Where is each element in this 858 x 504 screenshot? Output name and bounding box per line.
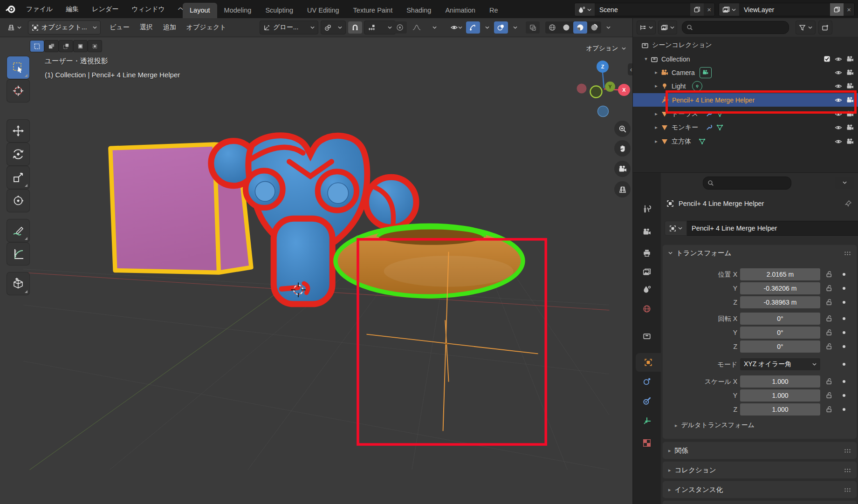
tab-animation[interactable]: Animation (438, 3, 482, 18)
outliner-row-camera[interactable]: ▸ Camera (633, 66, 858, 79)
tool-add-primitive[interactable] (7, 272, 29, 295)
shading-dropdown[interactable] (603, 21, 613, 34)
eye-icon[interactable] (835, 82, 842, 90)
tab-rendering-clipped[interactable]: Re (482, 3, 505, 18)
tool-transform[interactable] (7, 190, 29, 212)
tool-move[interactable] (7, 120, 29, 142)
rotation-x-field[interactable]: 0° (740, 313, 820, 325)
animate-dot[interactable] (843, 317, 845, 320)
select-set-button[interactable] (30, 41, 44, 52)
menu-render[interactable]: レンダー (85, 0, 125, 18)
scene-unlink-button[interactable]: × (704, 3, 714, 16)
menu-view[interactable]: ビュー (104, 23, 135, 32)
mesh-data-icon[interactable] (716, 110, 723, 117)
scene-browse-button[interactable] (575, 3, 595, 16)
lock-icon[interactable] (825, 314, 833, 322)
snap-target-dropdown[interactable] (364, 20, 396, 34)
tab-texture-paint[interactable]: Texture Paint (346, 3, 400, 18)
xray-toggle[interactable] (526, 21, 540, 34)
viewlayer-browse-button[interactable] (719, 3, 739, 16)
modifier-wrench-icon[interactable] (706, 124, 713, 131)
tab-object[interactable] (636, 353, 661, 372)
select-invert-button[interactable] (74, 41, 87, 52)
animate-dot[interactable] (843, 380, 845, 383)
location-y-field[interactable]: -0.36206 m (740, 282, 820, 294)
show-gizmo-toggle[interactable] (466, 21, 480, 34)
tab-scene[interactable] (633, 280, 661, 299)
visibility-dropdown[interactable] (448, 21, 464, 34)
viewlayer-add-button[interactable] (830, 3, 844, 16)
tool-annotate[interactable] (7, 219, 29, 242)
shading-wireframe-button[interactable] (545, 21, 559, 34)
tool-cursor[interactable] (7, 80, 29, 102)
outliner-row-light[interactable]: ▸ Light (633, 79, 858, 93)
tool-select-box[interactable] (7, 56, 29, 79)
lock-icon[interactable] (825, 377, 833, 385)
expand-arrow-icon[interactable]: ▸ (653, 83, 659, 89)
expand-arrow-icon[interactable]: ▸ (653, 69, 659, 75)
tool-rotate[interactable] (7, 143, 29, 165)
scale-x-field[interactable]: 1.000 (740, 375, 820, 388)
tab-shading[interactable]: Shading (399, 3, 438, 18)
new-collection-button[interactable] (818, 20, 832, 34)
options-dropdown[interactable]: オプション (579, 43, 632, 54)
mesh-data-icon[interactable] (699, 138, 706, 145)
menu-file[interactable]: ファイル (20, 0, 59, 18)
scene-copy-button[interactable] (690, 3, 704, 16)
select-intersect-button[interactable] (88, 41, 102, 52)
show-overlays-toggle[interactable] (494, 21, 508, 34)
outliner-row-scene-collection[interactable]: シーンコレクション (633, 38, 858, 52)
lock-icon[interactable] (825, 342, 833, 350)
viewlayer-name-field[interactable]: ViewLayer (739, 3, 830, 16)
scale-y-field[interactable]: 1.000 (740, 389, 820, 402)
tab-output[interactable] (633, 244, 661, 262)
tool-scale[interactable] (7, 166, 29, 189)
properties-options-dropdown[interactable] (835, 177, 854, 189)
animate-dot[interactable] (843, 408, 845, 411)
pan-hand-button[interactable] (614, 140, 631, 157)
viewport-3d-scene[interactable] (0, 37, 632, 504)
delta-transform-subpanel[interactable]: ▸ デルタトランスフォーム (675, 421, 755, 429)
scene-name-field[interactable]: Scene (595, 3, 690, 16)
proportional-edit-toggle[interactable] (393, 21, 407, 34)
panel-grip[interactable] (844, 468, 851, 472)
camera-view-button[interactable] (614, 161, 631, 177)
toggle-ortho-button[interactable] (614, 181, 631, 198)
outliner-row-cube[interactable]: ▸ 立方体 (633, 135, 858, 148)
shading-rendered-button[interactable] (587, 21, 601, 34)
panel-grip[interactable] (844, 449, 851, 453)
light-data-badge[interactable] (692, 81, 702, 91)
camera-data-badge[interactable] (700, 67, 712, 78)
transform-orientation-dropdown[interactable]: グロー... (260, 20, 318, 34)
menu-window[interactable]: ウィンドウ (125, 0, 172, 18)
tab-sculpting[interactable]: Sculpting (258, 3, 300, 18)
tab-modeling[interactable]: Modeling (217, 3, 259, 18)
tab-uv-editing[interactable]: UV Editing (300, 3, 346, 18)
outliner-display-mode-dropdown[interactable] (637, 20, 656, 34)
camera-render-icon[interactable] (846, 55, 854, 63)
camera-render-icon[interactable] (846, 69, 854, 76)
app-menu-button[interactable] (0, 4, 16, 14)
select-extend-button[interactable] (45, 41, 58, 52)
lock-icon[interactable] (825, 405, 833, 413)
viewlayer-remove-button[interactable]: × (844, 3, 854, 16)
animate-dot[interactable] (843, 394, 845, 397)
animate-dot[interactable] (843, 363, 845, 366)
shading-material-button[interactable] (573, 21, 587, 34)
zoom-button[interactable] (614, 121, 631, 137)
rotation-mode-dropdown[interactable]: XYZ オイラー角 (740, 358, 820, 370)
proportional-falloff-dropdown[interactable] (409, 20, 440, 34)
camera-render-icon[interactable] (846, 82, 854, 90)
outliner-row-collection[interactable]: ▾ Collection (633, 52, 858, 66)
mode-dropdown[interactable]: オブジェクト... (28, 20, 101, 34)
outliner-row-pencil-helper[interactable]: Pencil+ 4 Line Merge Helper (633, 93, 858, 107)
panel-grip[interactable] (844, 488, 851, 492)
lock-icon[interactable] (825, 284, 833, 292)
lock-icon[interactable] (825, 328, 833, 336)
camera-render-icon[interactable] (846, 96, 854, 104)
tab-world[interactable] (633, 300, 661, 318)
tab-texture[interactable] (633, 434, 661, 452)
tab-object-data[interactable] (633, 412, 661, 430)
pivot-point-dropdown[interactable] (321, 20, 346, 34)
gizmo-y-axis[interactable]: Y (605, 82, 615, 92)
